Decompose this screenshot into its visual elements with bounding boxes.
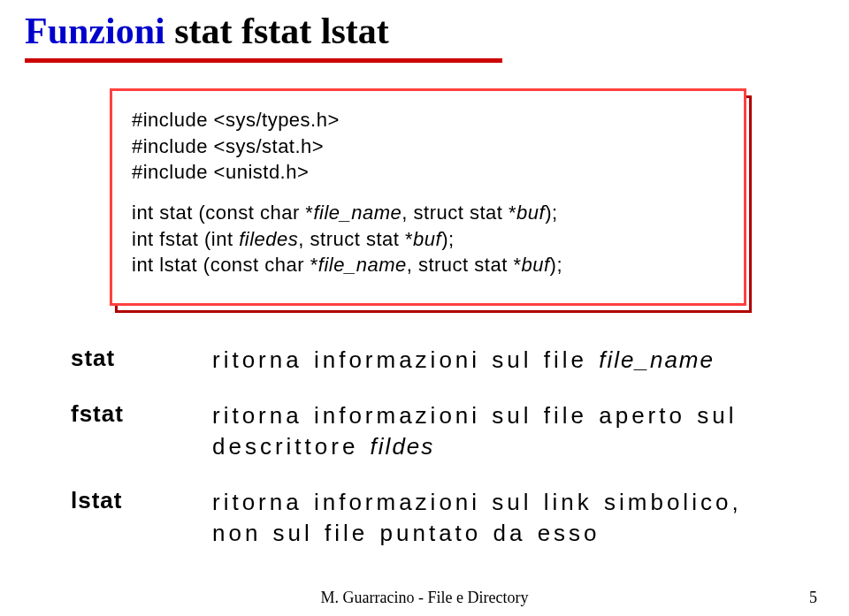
page-number: 5	[809, 589, 817, 607]
code-include-1: #include <sys/types.h>	[132, 107, 724, 133]
codebox: #include <sys/types.h> #include <sys/sta…	[110, 88, 746, 306]
definitions: stat ritorna informazioni sul file file_…	[71, 345, 796, 574]
def-stat-term: stat	[71, 345, 212, 372]
def-lstat-desc: ritorna informazioni sul link simbolico,…	[212, 487, 796, 549]
def-stat-desc: ritorna informazioni sul file file_name	[212, 345, 796, 376]
title-part2: stat fstat lstat	[174, 11, 389, 51]
code-fstat: int fstat (int filedes, struct stat *buf…	[132, 226, 724, 253]
def-lstat: lstat ritorna informazioni sul link simb…	[71, 487, 796, 549]
slide: Funzioni stat fstat lstat #include <sys/…	[0, 0, 849, 616]
code-lstat: int lstat (const char *file_name, struct…	[132, 252, 724, 278]
def-fstat-desc: ritorna informazioni sul file aperto sul…	[212, 400, 796, 462]
code-include-2: #include <sys/stat.h>	[132, 133, 724, 160]
def-stat: stat ritorna informazioni sul file file_…	[71, 345, 796, 376]
def-fstat: fstat ritorna informazioni sul file aper…	[71, 400, 796, 462]
title-part1: Funzioni	[25, 11, 165, 51]
title-underline	[25, 58, 502, 63]
code-include-3: #include <unistd.h>	[132, 159, 724, 186]
def-fstat-term: fstat	[71, 400, 212, 428]
footer: M. Guarracino - File e Directory	[0, 589, 849, 607]
code-stat: int stat (const char *file_name, struct …	[132, 200, 724, 226]
def-lstat-term: lstat	[71, 487, 212, 514]
slide-title: Funzioni stat fstat lstat	[25, 11, 824, 51]
